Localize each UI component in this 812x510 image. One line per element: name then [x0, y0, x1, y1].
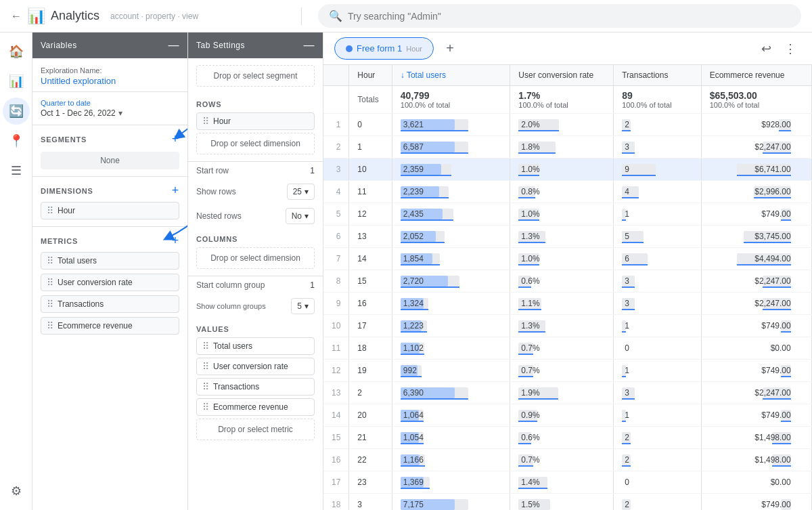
revenue-cell: $2,247.00 — [701, 293, 811, 315]
conversion-cell: 1.0% — [510, 248, 614, 270]
drag-handle-icon: ⠿ — [202, 361, 209, 372]
dimension-hour[interactable]: ⠿ Hour — [41, 202, 179, 219]
sidebar-admin-icon[interactable]: ☰ — [3, 157, 30, 184]
metric-conversion-rate[interactable]: ⠿ User conversion rate — [41, 274, 179, 291]
value-total-users[interactable]: ⠿ Total users — [196, 337, 315, 355]
sidebar-explore-icon[interactable]: 🔄 — [3, 98, 30, 125]
revenue-cell: $2,247.00 — [701, 382, 811, 404]
table-row: 15 21 1,054 0.6% — [323, 427, 812, 449]
users-cell: 2,052 — [392, 226, 510, 248]
value-transactions-label: Transactions — [213, 382, 259, 391]
row-num: 6 — [323, 226, 349, 248]
hour-cell: 22 — [349, 449, 392, 471]
tab-settings-title: Tab Settings — [196, 41, 245, 50]
nested-rows-select[interactable]: No ▾ — [286, 208, 315, 224]
rows-hour-item[interactable]: ⠿ Hour — [196, 112, 315, 130]
table-row: 13 2 6,390 1.9% — [323, 382, 812, 404]
transactions-cell: 6 — [614, 248, 702, 270]
nested-rows-dropdown-icon: ▾ — [304, 211, 309, 221]
undo-button[interactable]: ↩ — [755, 38, 777, 60]
hour-cell: 10 — [349, 158, 392, 181]
row-num: 2 — [323, 136, 349, 158]
users-cell: 6,587 — [392, 136, 510, 158]
revenue-cell: $928.00 — [701, 114, 811, 136]
value-conversion-rate-label: User conversion rate — [213, 362, 288, 371]
conversion-cell: 1.5% — [510, 494, 614, 511]
table-row: 5 12 2,435 1.0% — [323, 203, 812, 226]
tab-free-form-1[interactable]: Free form 1 Hour — [334, 37, 434, 60]
sidebar-home-icon[interactable]: 🏠 — [3, 38, 30, 65]
metric-ecommerce-revenue-label: Ecommerce revenue — [58, 321, 133, 331]
show-rows-select[interactable]: 25 ▾ — [287, 184, 315, 200]
row-num: 8 — [323, 270, 349, 293]
row-num: 3 — [323, 158, 349, 181]
sidebar-reports-icon[interactable]: 📊 — [3, 68, 30, 95]
columns-drop-zone[interactable]: Drop or select dimension — [196, 247, 315, 269]
col-conversion-header[interactable]: User conversion rate — [510, 65, 614, 86]
totals-num — [323, 86, 349, 114]
metric-ecommerce-revenue[interactable]: ⠿ Ecommerce revenue — [41, 317, 179, 335]
col-users-header[interactable]: ↓ Total users — [392, 65, 510, 86]
rows-hour-label: Hour — [213, 116, 231, 126]
search-bar[interactable]: 🔍 — [318, 4, 801, 28]
data-table-container[interactable]: Hour ↓ Total users User conversion rate … — [323, 65, 812, 510]
revenue-cell: $2,247.00 — [701, 270, 811, 293]
top-bar: ← 📊 Analytics account · property · view … — [0, 0, 812, 33]
users-cell: 1,223 — [392, 315, 510, 337]
conversion-cell: 0.7% — [510, 337, 614, 360]
row-num: 14 — [323, 404, 349, 427]
show-columns-select[interactable]: 5 ▾ — [291, 298, 315, 314]
metric-conversion-rate-label: User conversion rate — [58, 278, 133, 287]
dimension-hour-label: Hour — [58, 206, 75, 215]
date-range-section[interactable]: Quarter to date Oct 1 - Dec 26, 2022 ▾ 3 — [32, 92, 187, 125]
variables-minimize-button[interactable]: — — [168, 39, 180, 51]
revenue-cell: $4,494.00 — [701, 248, 811, 270]
tab-settings-minimize-button[interactable]: — — [304, 39, 315, 51]
value-ecommerce-revenue[interactable]: ⠿ Ecommerce revenue — [196, 398, 315, 416]
revenue-cell: $3,745.00 — [701, 226, 811, 248]
add-tab-button[interactable]: + — [439, 38, 461, 60]
sidebar-advertising-icon[interactable]: 📍 — [3, 127, 30, 154]
conversion-cell: 1.3% — [510, 315, 614, 337]
hour-cell: 2 — [349, 382, 392, 404]
value-conversion-rate[interactable]: ⠿ User conversion rate — [196, 358, 315, 375]
exploration-name-section: Exploration Name: Untitled exploration — [32, 58, 187, 92]
conversion-cell: 1.3% — [510, 226, 614, 248]
rows-drop-zone[interactable]: Drop or select dimension — [196, 133, 315, 154]
tab-dot — [346, 45, 353, 52]
row-num: 12 — [323, 360, 349, 382]
start-row-setting: Start row 1 — [188, 162, 323, 179]
date-range-dropdown-icon[interactable]: ▾ — [118, 108, 122, 118]
start-row-label: Start row — [196, 166, 229, 175]
value-transactions[interactable]: ⠿ Transactions — [196, 378, 315, 396]
add-dimension-button[interactable]: + — [172, 184, 179, 198]
revenue-cell: $749.00 — [701, 404, 811, 427]
transactions-cell: 0 — [614, 337, 702, 360]
conversion-cell: 0.8% — [510, 181, 614, 203]
values-drop-zone[interactable]: Drop or select metric — [196, 419, 315, 440]
users-cell: 2,435 — [392, 203, 510, 226]
variables-title: Variables — [41, 41, 77, 50]
exploration-name-label: Exploration Name: — [41, 66, 179, 75]
more-options-button[interactable]: ⋮ — [780, 38, 801, 60]
exploration-name-value[interactable]: Untitled exploration — [41, 76, 179, 86]
metric-total-users[interactable]: ⠿ Total users — [41, 252, 179, 270]
search-input[interactable] — [348, 11, 790, 22]
account-info: account · property · view — [110, 12, 198, 21]
segments-section: SEGMENTS + None — [32, 125, 187, 177]
segment-drop-zone[interactable]: Drop or select segment — [196, 65, 315, 87]
sidebar-settings-icon[interactable]: ⚙ — [3, 477, 30, 505]
table-row: 3 10 2,359 1.0% — [323, 158, 812, 181]
back-button[interactable]: ← — [11, 10, 22, 22]
data-table: Hour ↓ Total users User conversion rate … — [323, 65, 812, 510]
users-cell: 6,390 — [392, 382, 510, 404]
drag-handle-icon: ⠿ — [47, 277, 53, 288]
search-icon: 🔍 — [329, 9, 342, 22]
col-hour-header[interactable]: Hour — [349, 65, 392, 86]
users-cell: 1,324 — [392, 293, 510, 315]
metric-transactions[interactable]: ⠿ Transactions — [41, 295, 179, 313]
col-transactions-header[interactable]: Transactions — [614, 65, 702, 86]
users-cell: 7,175 — [392, 494, 510, 511]
values-section: VALUES ⠿ Total users ⠿ User conversion r… — [188, 318, 323, 447]
col-revenue-header[interactable]: Ecommerce revenue — [701, 65, 811, 86]
